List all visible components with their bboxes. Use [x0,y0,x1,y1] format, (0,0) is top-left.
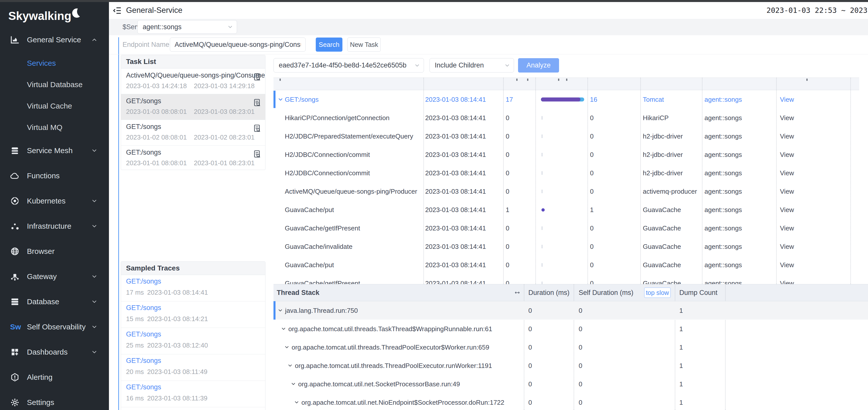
sidebar-item[interactable]: Infrastructure [0,213,109,239]
trace-endpoint-link[interactable]: GET:/songs [126,357,161,365]
view-link[interactable]: View [780,95,794,103]
task-list-item[interactable]: GET:/songs 2023-01-03 08:08:012023-01-03… [121,94,265,120]
sidebar-item[interactable]: Functions [0,163,109,188]
sidebar-item[interactable]: Service Mesh [0,138,109,163]
sidebar-item[interactable]: General Service [0,27,109,52]
endpoint-name[interactable]: H2/JDBC/PreparedStatement/executeQuery [285,132,413,140]
endpoint-table-row[interactable]: ActiveMQ/Queue/queue-songs-ping/Producer… [274,182,859,201]
search-button[interactable]: Search [316,37,342,52]
endpoint-name[interactable]: GuavaCache/getIfPresent [285,224,360,232]
view-link[interactable]: View [780,242,794,250]
endpoint-name[interactable]: GuavaCache/put [285,261,334,269]
thread-stack-row[interactable]: org.apache.tomcat.util.threads.TaskThrea… [274,320,868,338]
view-link[interactable]: View [780,151,794,158]
sampled-trace-item[interactable]: GET:/songs 16 ms2023-01-03 08:11:39 [121,381,265,407]
sidebar-collapse-icon[interactable] [113,6,122,16]
endpoint-name[interactable]: H2/JDBC/Connection/commit [285,151,370,158]
view-task-detail-icon[interactable] [253,72,262,82]
chevron-down-icon[interactable] [281,326,286,332]
new-task-button[interactable]: New Task [347,37,381,52]
trace-endpoint-link[interactable]: GET:/songs [126,383,161,391]
dump-count-column: Dump Count [679,289,717,297]
view-link[interactable]: View [780,132,794,140]
chevron-down-icon[interactable] [294,400,300,405]
sidebar-item[interactable]: Browser [0,239,109,264]
view-link[interactable]: View [780,279,794,284]
task-list-item[interactable]: GET:/songs 2023-01-02 08:08:012023-01-02… [121,120,265,146]
view-link[interactable]: View [780,114,794,122]
slow-count: 17 [506,95,513,103]
task-id-select[interactable]: eaed37e7-1d4e-4f50-be8d-14e52ce6505b [274,58,424,72]
trace-endpoint-link[interactable]: GET:/songs [126,304,161,312]
sidebar-item[interactable]: Kubernetes [0,188,109,213]
resize-columns-icon[interactable] [514,289,521,296]
component-name: GuavaCache [643,242,681,250]
sidebar-item[interactable]: Dashboards [0,340,109,365]
clipped-header-fragment [280,79,281,81]
chevron-down-icon [91,198,98,204]
skywalking-logo[interactable]: Skywalking [8,9,82,23]
chevron-down-icon[interactable] [287,363,293,369]
endpoint-table-row[interactable]: H2/JDBC/PreparedStatement/executeQuery 2… [274,127,859,145]
thread-stack-row[interactable]: org.apache.tomcat.util.net.SocketProcess… [274,375,868,393]
chevron-down-icon[interactable] [278,96,283,102]
endpoint-table-row[interactable]: GET:/songs 2023-01-03 08:14:41 17 16 Tom… [274,90,859,109]
endpoint-table-row[interactable]: H2/JDBC/Connection/commit 2023-01-03 08:… [274,164,859,182]
thread-stack-row[interactable]: java.lang.Thread.run:750 0 0 1 [274,301,868,320]
view-link[interactable]: View [780,169,794,177]
count-bar [541,263,586,267]
top-slow-badge[interactable]: top slow [644,287,671,298]
sampled-trace-item[interactable]: GET:/songs 20 ms2023-01-03 08:11:49 [121,354,265,381]
trace-endpoint-link[interactable]: GET:/songs [126,330,161,338]
service-select[interactable]: agent::songs [137,20,237,34]
endpoint-table-row[interactable]: H2/JDBC/Connection/commit 2023-01-03 08:… [274,145,859,164]
sidebar-item[interactable]: Virtual Cache [0,95,109,117]
view-task-detail-icon[interactable] [253,98,262,107]
chevron-down-icon[interactable] [284,345,289,350]
view-task-detail-icon[interactable] [253,124,262,133]
sampled-trace-item[interactable]: GET:/songs 25 ms2023-01-03 08:12:40 [121,328,265,354]
endpoint-table-row[interactable]: GuavaCache/invalidate 2023-01-03 08:14:4… [274,237,859,256]
endpoint-name-input[interactable] [170,37,306,52]
analyze-scope-select[interactable]: Include Children [430,58,514,72]
sidebar-item[interactable]: Virtual Database [0,74,109,95]
view-link[interactable]: View [780,224,794,232]
time-range-picker[interactable]: 2023-01-03 22:53 ~ 2023 [766,6,868,14]
chevron-down-icon[interactable] [290,381,296,387]
thread-stack-row[interactable]: org.apache.tomcat.util.threads.ThreadPoo… [274,338,868,356]
sidebar-item[interactable]: Settings [0,390,109,410]
endpoint-table-row[interactable]: GuavaCache/getIfPresent 2023-01-03 08:14… [274,274,859,284]
endpoint-name[interactable]: GET:/songs [285,95,318,103]
chevron-down-icon[interactable] [278,308,283,313]
sidebar-item[interactable]: Virtual MQ [0,117,109,138]
sidebar-item[interactable]: Sw Self Observability [0,314,109,340]
endpoint-name[interactable]: H2/JDBC/Connection/commit [285,169,370,177]
endpoint-table-row[interactable]: GuavaCache/getIfPresent 2023-01-03 08:14… [274,219,859,237]
endpoint-name[interactable]: GuavaCache/getIfPresent [285,279,360,284]
trace-endpoint-link[interactable]: GET:/songs [126,277,161,285]
thread-stack-row[interactable]: org.apache.tomcat.util.threads.ThreadPoo… [274,356,868,375]
stack-frame-name: org.apache.tomcat.util.net.SocketProcess… [298,380,460,388]
endpoint-table-row[interactable]: GuavaCache/put 2023-01-03 08:14:41 0 0 G… [274,256,859,274]
sidebar-item[interactable]: Services [0,52,109,74]
sampled-trace-item[interactable]: GET:/songs 17 ms2023-01-03 08:14:41 [121,275,265,301]
task-start-time: 2023-01-03 14:24:18 [126,82,187,90]
task-list-item[interactable]: ActiveMQ/Queue/queue-songs-ping/Consumer… [121,68,265,94]
endpoint-name[interactable]: ActiveMQ/Queue/queue-songs-ping/Producer [285,187,417,195]
view-link[interactable]: View [780,261,794,269]
sidebar-item[interactable]: Gateway [0,264,109,289]
endpoint-name[interactable]: GuavaCache/invalidate [285,242,352,250]
endpoint-table-row[interactable]: HikariCP/Connection/getConnection 2023-0… [274,109,859,127]
endpoint-name[interactable]: GuavaCache/put [285,206,334,213]
view-link[interactable]: View [780,187,794,195]
sidebar-item[interactable]: Database [0,289,109,314]
view-task-detail-icon[interactable] [253,150,262,159]
sampled-trace-item[interactable]: GET:/songs 15 ms2023-01-03 08:14:21 [121,301,265,328]
view-link[interactable]: View [780,206,794,213]
thread-stack-row[interactable]: org.apache.tomcat.util.net.NioEndpoint$S… [274,393,868,410]
endpoint-table-row[interactable]: GuavaCache/put 2023-01-03 08:14:41 1 1 G… [274,201,859,219]
endpoint-name[interactable]: HikariCP/Connection/getConnection [285,114,390,122]
analyze-button[interactable]: Analyze [518,58,559,72]
sidebar-item[interactable]: Alerting [0,365,109,390]
task-list-item[interactable]: GET:/songs 2023-01-01 08:08:012023-01-01… [121,146,265,170]
